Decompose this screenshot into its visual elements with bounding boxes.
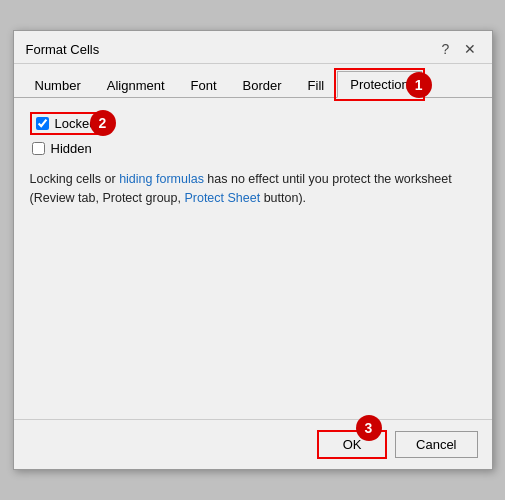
dialog-title: Format Cells [26, 42, 100, 57]
tab-number[interactable]: Number [22, 71, 94, 98]
locked-wrapper: Locked [30, 112, 103, 135]
locked-label: Locked [55, 116, 97, 131]
desc-part3: button). [260, 191, 306, 205]
title-bar: Format Cells ? ✕ [14, 31, 492, 64]
hidden-label: Hidden [51, 141, 92, 156]
help-button[interactable]: ? [436, 39, 456, 59]
tab-fill[interactable]: Fill [295, 71, 338, 98]
cancel-button[interactable]: Cancel [395, 431, 477, 458]
hidden-checkbox[interactable] [32, 142, 45, 155]
tab-font[interactable]: Font [178, 71, 230, 98]
tab-border[interactable]: Border [230, 71, 295, 98]
protect-sheet-link[interactable]: Protect Sheet [184, 191, 260, 205]
tab-protection[interactable]: Protection [337, 71, 422, 98]
tab-bar: Number Alignment Font Border Fill Protec… [14, 64, 492, 98]
title-bar-buttons: ? ✕ [436, 39, 480, 59]
desc-part1: Locking cells or [30, 172, 120, 186]
locked-row: Locked 2 [30, 112, 476, 135]
locked-checkbox[interactable] [36, 117, 49, 130]
dialog-footer: 3 OK Cancel [14, 419, 492, 469]
close-button[interactable]: ✕ [460, 39, 480, 59]
tab-content-protection: Locked 2 Hidden Locking cells or hiding … [14, 98, 492, 419]
ok-button[interactable]: OK [317, 430, 387, 459]
hiding-formulas-link[interactable]: hiding formulas [119, 172, 204, 186]
hidden-row: Hidden [32, 141, 476, 156]
format-cells-dialog: Format Cells ? ✕ Number Alignment Font B… [13, 30, 493, 470]
tab-alignment[interactable]: Alignment [94, 71, 178, 98]
protection-description: Locking cells or hiding formulas has no … [30, 170, 476, 208]
